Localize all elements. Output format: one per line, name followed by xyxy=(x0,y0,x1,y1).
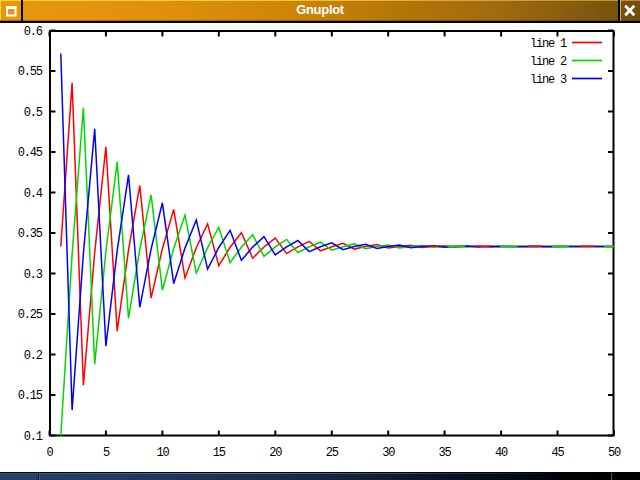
svg-text:45: 45 xyxy=(551,446,564,460)
svg-text:0: 0 xyxy=(46,446,53,460)
svg-text:5: 5 xyxy=(103,446,110,460)
svg-text:50: 50 xyxy=(608,446,621,460)
svg-text:0.3: 0.3 xyxy=(24,268,43,282)
svg-text:0.6: 0.6 xyxy=(24,25,43,39)
svg-text:40: 40 xyxy=(495,446,508,460)
svg-text:30: 30 xyxy=(382,446,395,460)
svg-text:line 3: line 3 xyxy=(530,73,567,87)
svg-text:0.5: 0.5 xyxy=(24,106,43,120)
svg-text:0.4: 0.4 xyxy=(24,187,43,201)
svg-text:35: 35 xyxy=(439,446,452,460)
svg-text:0.1: 0.1 xyxy=(24,430,43,444)
svg-text:0.55: 0.55 xyxy=(18,65,43,79)
svg-text:10: 10 xyxy=(156,446,169,460)
svg-text:line 2: line 2 xyxy=(530,55,567,69)
svg-text:15: 15 xyxy=(213,446,226,460)
svg-text:0.45: 0.45 xyxy=(18,146,43,160)
svg-text:25: 25 xyxy=(326,446,339,460)
svg-text:line 1: line 1 xyxy=(530,37,567,51)
svg-text:0.35: 0.35 xyxy=(18,227,43,241)
svg-text:20: 20 xyxy=(269,446,282,460)
svg-text:0.15: 0.15 xyxy=(18,389,43,403)
svg-text:0.2: 0.2 xyxy=(24,349,43,363)
svg-text:0.25: 0.25 xyxy=(18,308,43,322)
